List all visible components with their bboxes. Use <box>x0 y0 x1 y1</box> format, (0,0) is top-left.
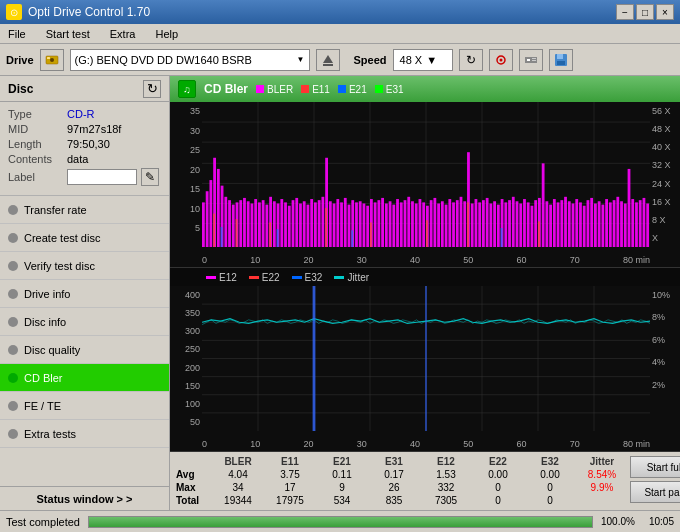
start-full-button[interactable]: Start full <box>630 456 680 478</box>
svg-rect-86 <box>422 202 425 247</box>
close-button[interactable]: × <box>656 4 674 20</box>
svg-rect-112 <box>519 204 522 248</box>
nav-verify-test-disc[interactable]: Verify test disc <box>0 252 169 280</box>
svg-rect-65 <box>344 198 347 247</box>
max-e12: 332 <box>420 482 472 493</box>
speed-value: 48 X <box>400 54 423 66</box>
menu-help[interactable]: Help <box>151 26 182 42</box>
top-chart-x-labels: 0 10 20 30 40 50 60 70 80 min <box>202 255 650 265</box>
app-icon: ⊙ <box>6 4 22 20</box>
label-edit-button[interactable]: ✎ <box>141 168 159 186</box>
svg-rect-132 <box>594 204 597 248</box>
save-button[interactable] <box>549 49 573 71</box>
disc-refresh-button[interactable]: ↻ <box>143 80 161 98</box>
status-window-button[interactable]: Status window > > <box>0 486 169 510</box>
nav-label: Disc quality <box>24 344 80 356</box>
svg-rect-73 <box>374 202 377 247</box>
label-input[interactable] <box>67 169 137 185</box>
svg-rect-147 <box>213 214 215 247</box>
avg-e32: 0.00 <box>524 469 576 480</box>
svg-rect-139 <box>620 201 623 247</box>
svg-rect-134 <box>601 205 604 247</box>
avg-e12: 1.53 <box>420 469 472 480</box>
avg-e22: 0.00 <box>472 469 524 480</box>
minimize-button[interactable]: − <box>616 4 634 20</box>
svg-rect-110 <box>512 197 515 247</box>
svg-rect-29 <box>209 180 212 247</box>
svg-rect-153 <box>467 202 469 247</box>
svg-rect-39 <box>247 201 250 247</box>
svg-rect-12 <box>557 54 563 59</box>
svg-rect-13 <box>557 61 565 65</box>
nav-extra-tests[interactable]: Extra tests <box>0 420 169 448</box>
svg-rect-64 <box>340 202 343 247</box>
svg-rect-63 <box>336 199 339 247</box>
svg-rect-81 <box>404 200 407 247</box>
max-bler: 34 <box>212 482 264 493</box>
contents-value: data <box>67 153 88 165</box>
nav-fe-te[interactable]: FE / TE <box>0 392 169 420</box>
nav-cd-bler[interactable]: CD Bler <box>0 364 169 392</box>
svg-rect-57 <box>314 202 317 247</box>
total-e11: 17975 <box>264 495 316 506</box>
svg-rect-120 <box>549 205 552 247</box>
svg-rect-79 <box>396 199 399 247</box>
menu-file[interactable]: File <box>4 26 30 42</box>
speed-selector[interactable]: 48 X ▼ <box>393 49 453 71</box>
menu-start-test[interactable]: Start test <box>42 26 94 42</box>
type-value: CD-R <box>67 108 95 120</box>
nav-disc-info[interactable]: Disc info <box>0 308 169 336</box>
svg-rect-80 <box>400 202 403 247</box>
svg-rect-71 <box>366 206 369 247</box>
progress-bar <box>88 516 593 528</box>
drive-icon-btn[interactable] <box>40 49 64 71</box>
nav-transfer-rate[interactable]: Transfer rate <box>0 196 169 224</box>
drive-eject-button[interactable] <box>316 49 340 71</box>
nav-drive-info[interactable]: Drive info <box>0 280 169 308</box>
refresh-button[interactable]: ↻ <box>459 49 483 71</box>
svg-rect-75 <box>381 198 384 247</box>
mid-label: MID <box>8 123 63 135</box>
legend-e11: E11 <box>301 84 330 95</box>
svg-rect-69 <box>359 201 362 247</box>
svg-rect-56 <box>310 199 313 247</box>
stats-table: BLER E11 E21 E31 E12 E22 E32 Jitter Avg … <box>176 456 628 506</box>
svg-rect-42 <box>258 202 261 247</box>
svg-rect-51 <box>292 200 295 247</box>
disc-header: Disc ↻ <box>0 76 169 102</box>
svg-rect-128 <box>579 202 582 247</box>
nav-disc-quality[interactable]: Disc quality <box>0 336 169 364</box>
avg-bler: 4.04 <box>212 469 264 480</box>
svg-rect-77 <box>389 201 392 247</box>
legend-e31-label: E31 <box>386 84 404 95</box>
legend-e21: E21 <box>338 84 367 95</box>
max-jitter: 9.9% <box>576 482 628 493</box>
start-part-button[interactable]: Start part <box>630 481 680 503</box>
top-chart-svg <box>202 102 650 247</box>
svg-rect-90 <box>437 204 440 248</box>
nav-dot <box>8 429 18 439</box>
svg-rect-4 <box>323 64 333 66</box>
legend-e31: E31 <box>375 84 404 95</box>
svg-rect-145 <box>643 198 646 247</box>
settings-button2[interactable] <box>519 49 543 71</box>
svg-rect-148 <box>236 219 238 247</box>
svg-rect-9 <box>532 58 536 59</box>
svg-rect-151 <box>370 222 372 247</box>
total-e31: 835 <box>368 495 420 506</box>
drive-bar: Drive (G:) BENQ DVD DD DW1640 BSRB ▼ Spe… <box>0 44 680 76</box>
settings-button1[interactable] <box>489 49 513 71</box>
svg-rect-61 <box>329 201 332 247</box>
maximize-button[interactable]: □ <box>636 4 654 20</box>
contents-label: Contents <box>8 153 63 165</box>
legend2-e32-color <box>292 276 302 279</box>
stats-avg-row: Avg 4.04 3.75 0.11 0.17 1.53 0.00 0.00 8… <box>176 469 628 480</box>
drive-selector[interactable]: (G:) BENQ DVD DD DW1640 BSRB ▼ <box>70 49 310 71</box>
svg-rect-95 <box>456 200 459 247</box>
menu-extra[interactable]: Extra <box>106 26 140 42</box>
chart-icon: ♫ <box>178 80 196 98</box>
nav-create-test-disc[interactable]: Create test disc <box>0 224 169 252</box>
svg-point-6 <box>499 58 502 61</box>
svg-rect-114 <box>527 202 530 247</box>
max-e22: 0 <box>472 482 524 493</box>
